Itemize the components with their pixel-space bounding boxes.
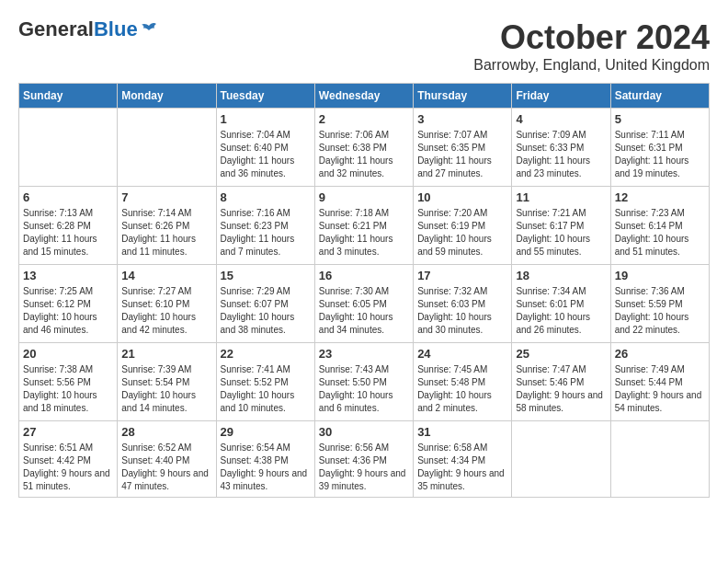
day-info: Sunrise: 7:06 AMSunset: 6:38 PMDaylight:… xyxy=(319,129,409,180)
logo-general: GeneralBlue xyxy=(18,18,138,40)
day-number: 6 xyxy=(23,190,113,204)
day-info: Sunrise: 7:41 AMSunset: 5:52 PMDaylight:… xyxy=(221,363,311,415)
calendar-day-cell: 11Sunrise: 7:21 AMSunset: 6:17 PMDayligh… xyxy=(512,187,610,265)
calendar-day-cell: 16Sunrise: 7:30 AMSunset: 6:05 PMDayligh… xyxy=(314,265,413,343)
day-info: Sunrise: 7:25 AMSunset: 6:12 PMDaylight:… xyxy=(23,285,113,337)
day-info: Sunrise: 7:11 AMSunset: 6:31 PMDaylight:… xyxy=(615,129,705,180)
calendar-header-row: SundayMondayTuesdayWednesdayThursdayFrid… xyxy=(19,84,710,109)
calendar-day-cell: 20Sunrise: 7:38 AMSunset: 5:56 PMDayligh… xyxy=(19,343,118,421)
day-number: 26 xyxy=(615,347,705,361)
title-section: October 2024 Barrowby, England, United K… xyxy=(473,18,710,74)
day-info: Sunrise: 6:56 AMSunset: 4:36 PMDaylight:… xyxy=(319,442,409,493)
day-info: Sunrise: 7:04 AMSunset: 6:40 PMDaylight:… xyxy=(221,129,311,180)
page-header: GeneralBlue October 2024 Barrowby, Engla… xyxy=(18,18,710,74)
calendar-day-cell: 18Sunrise: 7:34 AMSunset: 6:01 PMDayligh… xyxy=(512,265,610,343)
day-number: 10 xyxy=(417,190,507,204)
day-info: Sunrise: 7:18 AMSunset: 6:21 PMDaylight:… xyxy=(319,207,409,259)
day-number: 25 xyxy=(516,347,606,361)
weekday-header: Tuesday xyxy=(216,84,314,109)
day-number: 1 xyxy=(221,112,311,126)
calendar-day-cell: 30Sunrise: 6:56 AMSunset: 4:36 PMDayligh… xyxy=(314,421,413,498)
calendar-day-cell: 24Sunrise: 7:45 AMSunset: 5:48 PMDayligh… xyxy=(414,343,512,421)
calendar-day-cell: 22Sunrise: 7:41 AMSunset: 5:52 PMDayligh… xyxy=(216,343,314,421)
calendar-day-cell: 12Sunrise: 7:23 AMSunset: 6:14 PMDayligh… xyxy=(610,187,709,265)
day-info: Sunrise: 7:34 AMSunset: 6:01 PMDaylight:… xyxy=(516,285,606,337)
day-info: Sunrise: 7:13 AMSunset: 6:28 PMDaylight:… xyxy=(23,207,113,259)
day-info: Sunrise: 6:58 AMSunset: 4:34 PMDaylight:… xyxy=(417,442,507,493)
calendar-day-cell: 13Sunrise: 7:25 AMSunset: 6:12 PMDayligh… xyxy=(19,265,118,343)
month-title: October 2024 xyxy=(473,18,710,57)
day-number: 7 xyxy=(121,190,211,204)
day-number: 22 xyxy=(221,347,311,361)
weekday-header: Friday xyxy=(512,84,610,109)
day-info: Sunrise: 7:09 AMSunset: 6:33 PMDaylight:… xyxy=(516,129,606,180)
weekday-header: Thursday xyxy=(414,84,512,109)
day-number: 3 xyxy=(417,112,507,126)
day-info: Sunrise: 7:32 AMSunset: 6:03 PMDaylight:… xyxy=(417,285,507,337)
day-number: 28 xyxy=(121,425,211,439)
day-number: 2 xyxy=(319,112,409,126)
calendar-day-cell: 25Sunrise: 7:47 AMSunset: 5:46 PMDayligh… xyxy=(512,343,610,421)
day-number: 11 xyxy=(516,190,606,204)
day-info: Sunrise: 7:16 AMSunset: 6:23 PMDaylight:… xyxy=(221,207,311,259)
day-number: 27 xyxy=(23,425,113,439)
day-number: 21 xyxy=(121,347,211,361)
day-info: Sunrise: 7:14 AMSunset: 6:26 PMDaylight:… xyxy=(121,207,211,259)
day-number: 13 xyxy=(23,269,113,282)
calendar-day-cell: 14Sunrise: 7:27 AMSunset: 6:10 PMDayligh… xyxy=(118,265,216,343)
day-info: Sunrise: 7:23 AMSunset: 6:14 PMDaylight:… xyxy=(615,207,705,259)
day-info: Sunrise: 7:30 AMSunset: 6:05 PMDaylight:… xyxy=(319,285,409,337)
day-number: 23 xyxy=(319,347,409,361)
day-number: 24 xyxy=(417,347,507,361)
day-number: 20 xyxy=(23,347,113,361)
calendar-table: SundayMondayTuesdayWednesdayThursdayFrid… xyxy=(18,83,710,498)
calendar-day-cell: 27Sunrise: 6:51 AMSunset: 4:42 PMDayligh… xyxy=(19,421,118,498)
day-number: 19 xyxy=(615,269,705,282)
calendar-week-row: 1Sunrise: 7:04 AMSunset: 6:40 PMDaylight… xyxy=(19,109,710,187)
day-info: Sunrise: 7:45 AMSunset: 5:48 PMDaylight:… xyxy=(417,363,507,415)
day-number: 14 xyxy=(121,269,211,282)
calendar-day-cell: 19Sunrise: 7:36 AMSunset: 5:59 PMDayligh… xyxy=(610,265,709,343)
day-info: Sunrise: 7:07 AMSunset: 6:35 PMDaylight:… xyxy=(417,129,507,180)
calendar-day-cell xyxy=(610,421,709,498)
day-number: 31 xyxy=(417,425,507,439)
calendar-day-cell: 29Sunrise: 6:54 AMSunset: 4:38 PMDayligh… xyxy=(216,421,314,498)
calendar-week-row: 13Sunrise: 7:25 AMSunset: 6:12 PMDayligh… xyxy=(19,265,710,343)
day-info: Sunrise: 6:54 AMSunset: 4:38 PMDaylight:… xyxy=(221,442,311,493)
calendar-day-cell: 21Sunrise: 7:39 AMSunset: 5:54 PMDayligh… xyxy=(118,343,216,421)
day-number: 9 xyxy=(319,190,409,204)
day-number: 29 xyxy=(221,425,311,439)
calendar-day-cell: 17Sunrise: 7:32 AMSunset: 6:03 PMDayligh… xyxy=(414,265,512,343)
calendar-day-cell: 7Sunrise: 7:14 AMSunset: 6:26 PMDaylight… xyxy=(118,187,216,265)
day-number: 5 xyxy=(615,112,705,126)
day-number: 17 xyxy=(417,269,507,282)
day-info: Sunrise: 7:29 AMSunset: 6:07 PMDaylight:… xyxy=(221,285,311,337)
day-info: Sunrise: 7:20 AMSunset: 6:19 PMDaylight:… xyxy=(417,207,507,259)
logo-bird-icon xyxy=(140,20,158,39)
day-number: 8 xyxy=(221,190,311,204)
day-info: Sunrise: 7:47 AMSunset: 5:46 PMDaylight:… xyxy=(516,363,606,415)
calendar-day-cell: 26Sunrise: 7:49 AMSunset: 5:44 PMDayligh… xyxy=(610,343,709,421)
calendar-day-cell: 1Sunrise: 7:04 AMSunset: 6:40 PMDaylight… xyxy=(216,109,314,187)
calendar-day-cell xyxy=(118,109,216,187)
calendar-day-cell xyxy=(19,109,118,187)
calendar-day-cell: 6Sunrise: 7:13 AMSunset: 6:28 PMDaylight… xyxy=(19,187,118,265)
day-number: 18 xyxy=(516,269,606,282)
day-info: Sunrise: 7:49 AMSunset: 5:44 PMDaylight:… xyxy=(615,363,705,415)
location-title: Barrowby, England, United Kingdom xyxy=(473,57,710,74)
day-number: 12 xyxy=(615,190,705,204)
day-info: Sunrise: 7:27 AMSunset: 6:10 PMDaylight:… xyxy=(121,285,211,337)
day-number: 16 xyxy=(319,269,409,282)
calendar-day-cell: 28Sunrise: 6:52 AMSunset: 4:40 PMDayligh… xyxy=(118,421,216,498)
day-info: Sunrise: 7:38 AMSunset: 5:56 PMDaylight:… xyxy=(23,363,113,415)
day-info: Sunrise: 6:51 AMSunset: 4:42 PMDaylight:… xyxy=(23,442,113,493)
calendar-week-row: 20Sunrise: 7:38 AMSunset: 5:56 PMDayligh… xyxy=(19,343,710,421)
day-number: 30 xyxy=(319,425,409,439)
calendar-day-cell: 5Sunrise: 7:11 AMSunset: 6:31 PMDaylight… xyxy=(610,109,709,187)
calendar-day-cell: 15Sunrise: 7:29 AMSunset: 6:07 PMDayligh… xyxy=(216,265,314,343)
weekday-header: Monday xyxy=(118,84,216,109)
calendar-day-cell: 2Sunrise: 7:06 AMSunset: 6:38 PMDaylight… xyxy=(314,109,413,187)
day-info: Sunrise: 7:36 AMSunset: 5:59 PMDaylight:… xyxy=(615,285,705,337)
calendar-day-cell: 9Sunrise: 7:18 AMSunset: 6:21 PMDaylight… xyxy=(314,187,413,265)
day-info: Sunrise: 7:39 AMSunset: 5:54 PMDaylight:… xyxy=(121,363,211,415)
